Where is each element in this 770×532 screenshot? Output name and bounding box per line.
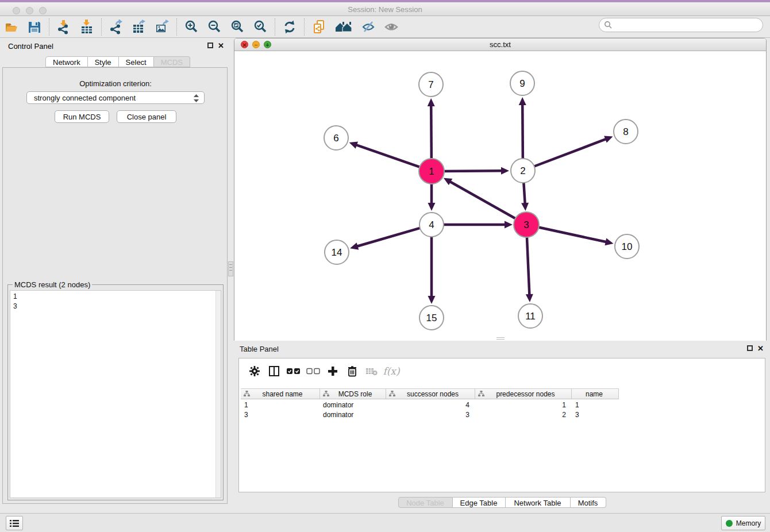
add-column-icon[interactable] [323, 363, 342, 380]
memory-status-icon [726, 520, 733, 527]
cell-predecessor-nodes[interactable]: 2 [475, 410, 572, 419]
control-panel-float-button[interactable] [207, 43, 214, 49]
export-table-icon[interactable] [129, 18, 149, 36]
unselect-all-checkboxes-icon[interactable] [303, 363, 323, 380]
titlebar: Session: New Session [0, 2, 770, 16]
cell-name[interactable]: 1 [572, 400, 619, 410]
network-window-titlebar[interactable]: ✕ – + scc.txt [234, 38, 766, 51]
memory-button[interactable]: Memory [721, 516, 765, 530]
home-layout-icon[interactable] [332, 18, 355, 36]
optimization-criterion-label: Optimization criterion: [3, 79, 228, 88]
tab-mcds[interactable]: MCDS [154, 56, 190, 67]
export-network-icon[interactable] [106, 18, 126, 36]
control-panel-tabs: Network Style Select MCDS [45, 56, 190, 67]
close-panel-button[interactable]: Close panel [117, 110, 176, 123]
graph-edge-3-11[interactable] [527, 236, 530, 296]
column-header-successor-nodes[interactable]: successor nodes [386, 389, 475, 399]
panel-splitter-grip[interactable] [228, 261, 233, 276]
cell-mcds-role[interactable]: dominator [320, 400, 386, 410]
settings-gear-icon[interactable] [245, 363, 264, 380]
show-columns-icon[interactable] [264, 363, 284, 380]
result-line: 3 [13, 302, 221, 311]
zoom-fit-icon[interactable] [228, 18, 247, 36]
graph-edge-1-6[interactable] [355, 145, 421, 168]
graph-edge-3-10[interactable] [537, 227, 607, 242]
graph-edge-1-2[interactable] [442, 171, 503, 171]
delete-table-icon[interactable] [362, 363, 382, 380]
zoom-out-icon[interactable] [205, 18, 224, 36]
graph-edge-arrowhead [526, 294, 533, 302]
column-header-mcds-role[interactable]: MCDS role [320, 389, 386, 399]
attribute-type-icon [389, 391, 395, 397]
graph-node-label: 1 [429, 166, 434, 177]
run-mcds-button[interactable]: Run MCDS [55, 110, 109, 123]
delete-column-icon[interactable] [342, 363, 362, 380]
cell-predecessor-nodes[interactable]: 1 [475, 400, 572, 410]
table-panel-title: Table Panel [240, 345, 279, 353]
refresh-icon[interactable] [280, 18, 299, 36]
attribute-type-icon [323, 391, 329, 397]
criterion-dropdown[interactable]: strongly connected component [26, 91, 205, 104]
network-canvas[interactable]: 7968124314101511 [234, 51, 766, 341]
network-graph: 7968124314101511 [234, 51, 766, 341]
mcds-result-textarea[interactable]: 1 3 [10, 290, 221, 498]
tab-network[interactable]: Network [45, 56, 88, 67]
control-panel-close-button[interactable]: ✕ [218, 43, 225, 49]
show-panel-icon[interactable] [382, 18, 401, 36]
clone-network-icon[interactable] [309, 18, 329, 36]
column-header-predecessor-nodes[interactable]: predecessor nodes [475, 389, 572, 399]
dropdown-stepper-icon [193, 94, 199, 103]
graph-edge-arrowhead [519, 97, 526, 105]
column-header-shared-name[interactable]: shared name [241, 389, 320, 399]
table-panel-close-button[interactable]: ✕ [757, 345, 764, 352]
search-field[interactable] [599, 18, 763, 32]
status-bar: Memory [0, 513, 770, 532]
table-row[interactable]: 3 dominator 3 2 3 [241, 410, 619, 419]
cell-shared-name[interactable]: 1 [241, 400, 320, 410]
graph-edge-2-3[interactable] [523, 182, 525, 205]
tab-edge-table[interactable]: Edge Table [453, 497, 506, 508]
save-session-icon[interactable] [25, 18, 44, 36]
network-view-window: ✕ – + scc.txt 7968124314101511 [234, 38, 767, 341]
graph-node-label: 14 [332, 247, 342, 258]
search-input[interactable] [613, 21, 763, 29]
select-all-checkboxes-icon[interactable] [284, 363, 303, 380]
graph-edge-4-14[interactable] [356, 228, 421, 246]
network-window-resize-grip[interactable] [496, 337, 505, 340]
import-table-icon[interactable] [77, 18, 97, 36]
result-scrollbar[interactable] [215, 291, 221, 498]
cell-successor-nodes[interactable]: 4 [386, 400, 475, 410]
graph-edge-2-9[interactable] [522, 103, 523, 160]
cell-successor-nodes[interactable]: 3 [386, 410, 475, 419]
tab-node-table[interactable]: Node Table [398, 497, 453, 508]
zoom-selected-icon[interactable] [251, 18, 270, 36]
cell-shared-name[interactable]: 3 [241, 410, 320, 419]
tab-motifs[interactable]: Motifs [571, 497, 606, 508]
tab-style[interactable]: Style [88, 56, 119, 67]
toolbar-separator [101, 18, 102, 36]
column-header-name[interactable]: name [572, 389, 619, 399]
tab-select[interactable]: Select [119, 56, 154, 67]
function-builder-icon[interactable]: f(x) [382, 363, 401, 380]
import-network-icon[interactable] [54, 18, 74, 36]
table-panel-tabs: Node Table Edge Table Network Table Moti… [234, 497, 770, 508]
table-row[interactable]: 1 dominator 4 1 1 [241, 400, 619, 410]
graph-edge-1-7[interactable] [431, 105, 432, 160]
tab-network-table[interactable]: Network Table [506, 497, 571, 508]
table-toolbar: f(x) [239, 358, 765, 384]
toolbar-separator [304, 18, 305, 36]
cell-name[interactable]: 3 [572, 410, 619, 419]
table-panel-float-button[interactable] [747, 345, 754, 352]
open-session-icon[interactable] [2, 18, 21, 36]
hide-panel-icon[interactable] [359, 18, 378, 36]
export-image-icon[interactable] [152, 18, 172, 36]
graph-edge-3-1[interactable] [449, 181, 517, 219]
graph-edge-2-8[interactable] [533, 138, 607, 167]
zoom-in-icon[interactable] [182, 18, 201, 36]
graph-node-label: 4 [429, 219, 434, 230]
graph-edge-arrowhead [501, 167, 509, 175]
network-window-title: scc.txt [234, 40, 766, 49]
application-window: Session: New Session [0, 0, 770, 532]
task-history-button[interactable] [6, 516, 23, 530]
cell-mcds-role[interactable]: dominator [320, 410, 386, 419]
